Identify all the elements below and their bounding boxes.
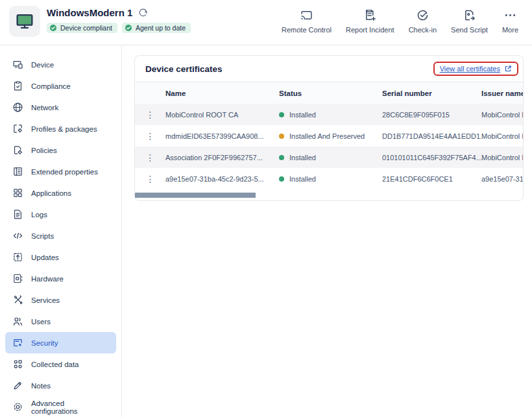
device-avatar (9, 6, 40, 37)
remote-control-button[interactable]: Remote Control (274, 8, 339, 34)
sidebar-item-hardware[interactable]: Hardware (5, 268, 116, 289)
sidebar-item-notes[interactable]: Notes (5, 375, 116, 396)
sidebar-item-profiles-packages[interactable]: Profiles & packages (5, 118, 116, 139)
compliance-icon (12, 80, 23, 91)
sidebar-item-services[interactable]: Services (5, 289, 116, 311)
view-all-certificates-link[interactable]: View all certificates (440, 65, 512, 73)
horizontal-scrollbar[interactable] (135, 193, 523, 198)
sidebar-item-policies[interactable]: Policies (5, 139, 116, 161)
column-header-issuer-name: Issuer name (481, 89, 523, 97)
cert-issuer: MobiControl R (481, 111, 523, 119)
sidebar-item-updates[interactable]: Updates (5, 246, 116, 268)
check-circle-icon (125, 24, 132, 32)
sidebar-item-users[interactable]: Users (5, 311, 116, 332)
cert-status: Installed And Preserved (279, 132, 382, 140)
sidebar-item-label: Notes (31, 382, 51, 390)
services-icon (12, 294, 23, 305)
tool-label: Report Incident (346, 26, 394, 34)
row-menu-kebab-icon[interactable]: ⋮ (146, 131, 155, 141)
check-circle-icon (49, 24, 57, 32)
sidebar-item-advanced-configurations[interactable]: Advanced configurations (5, 396, 116, 417)
more-icon (503, 8, 517, 22)
sidebar-item-scripts[interactable]: Scripts (5, 225, 116, 246)
tool-label: Send Script (451, 26, 488, 34)
sidebar-item-label: Logs (31, 211, 47, 219)
logs-icon (12, 209, 23, 220)
table-body: ⋮ MobiControl ROOT CA Installed 28C6C8E9… (135, 104, 523, 189)
check-in-icon (416, 8, 429, 22)
card-title: Device certificates (145, 64, 223, 74)
sidebar-item-security[interactable]: Security (5, 332, 116, 353)
applications-icon (12, 187, 23, 198)
sidebar-item-applications[interactable]: Applications (5, 182, 116, 204)
column-header-status: Status (279, 89, 382, 97)
notes-icon (12, 380, 23, 391)
collected-data-icon (12, 359, 23, 370)
refresh-icon[interactable] (138, 8, 148, 18)
status-badge-compliant: Device compliant (47, 23, 117, 33)
send-script-button[interactable]: Send Script (444, 8, 495, 34)
sidebar-item-device[interactable]: Device (5, 54, 116, 75)
cert-status: Installed (279, 175, 382, 183)
advanced-configurations-icon (12, 401, 23, 412)
column-header-name: Name (165, 89, 279, 97)
cert-name: Association 2F0F2F9962757... (165, 154, 279, 161)
remote-control-icon (300, 8, 313, 22)
updates-icon (12, 252, 23, 263)
scrollbar-thumb[interactable] (135, 193, 256, 198)
sidebar-item-label: Network (31, 104, 58, 112)
sidebar-item-label: Hardware (31, 275, 64, 283)
sidebar-item-label: Profiles & packages (31, 125, 97, 133)
extended-properties-icon (12, 166, 23, 177)
device-details-page: WindowsModern 1 Device compliant (0, 0, 532, 417)
send-script-icon (463, 8, 476, 22)
external-link-icon (504, 65, 512, 73)
sidebar-item-label: Scripts (31, 232, 54, 240)
certificates-table: Name Status Serial number Issuer name ⋮ … (135, 82, 523, 189)
badge-label: Device compliant (60, 24, 112, 32)
table-row: ⋮ a9e15e07-31ba-45c2-9d23-5... Installed… (135, 168, 523, 189)
sidebar-item-logs[interactable]: Logs (5, 204, 116, 225)
main-content: Device certificates View all certificate… (123, 46, 532, 417)
policies-icon (12, 145, 23, 156)
device-name: WindowsModern 1 (47, 7, 132, 18)
scripts-icon (12, 230, 23, 241)
cert-serial: 010101011C645F392F75AF4... (382, 154, 481, 161)
tool-label: Remote Control (282, 26, 332, 34)
status-dot-orange (279, 134, 284, 139)
sidebar-item-extended-properties[interactable]: Extended properties (5, 161, 116, 182)
profiles-packages-icon (12, 123, 23, 134)
sidebar-item-compliance[interactable]: Compliance (5, 75, 116, 97)
sidebar-item-network[interactable]: Network (5, 97, 116, 118)
security-icon (12, 337, 23, 348)
sidebar-item-label: Extended properties (31, 168, 98, 176)
status-dot-green (279, 112, 284, 117)
row-menu-kebab-icon[interactable]: ⋮ (146, 152, 155, 163)
report-incident-icon (363, 8, 377, 22)
row-menu-kebab-icon[interactable]: ⋮ (146, 174, 155, 184)
sidebar-nav: Device Compliance Network (0, 46, 122, 417)
sidebar-item-collected-data[interactable]: Collected data (5, 353, 116, 375)
row-menu-kebab-icon[interactable]: ⋮ (146, 110, 155, 120)
cert-name: a9e15e07-31ba-45c2-9d23-5... (165, 175, 279, 183)
sidebar-item-label: Applications (31, 189, 71, 197)
table-row: ⋮ MobiControl ROOT CA Installed 28C6C8E9… (135, 104, 523, 125)
check-in-button[interactable]: Check-in (402, 8, 444, 34)
cert-issuer: MobiControl In (481, 132, 523, 140)
report-incident-button[interactable]: Report Incident (339, 8, 402, 34)
tool-label: Check-in (409, 26, 437, 34)
more-button[interactable]: More (495, 8, 526, 34)
status-dot-green (279, 155, 284, 160)
cert-name: mdmidEID63E57399CAA908... (165, 132, 279, 140)
network-icon (12, 102, 23, 113)
monitor-icon (14, 10, 36, 32)
sidebar-item-label: Services (31, 296, 60, 304)
view-all-certificates-label: View all certificates (440, 65, 500, 73)
table-row: ⋮ mdmidEID63E57399CAA908... Installed An… (135, 125, 523, 147)
device-icon (12, 59, 23, 70)
status-dot-green (279, 176, 284, 182)
cert-name: MobiControl ROOT CA (165, 111, 279, 119)
sidebar-item-label: Device (31, 61, 54, 69)
hardware-icon (12, 273, 23, 284)
sidebar-item-label: Advanced configurations (31, 399, 111, 415)
